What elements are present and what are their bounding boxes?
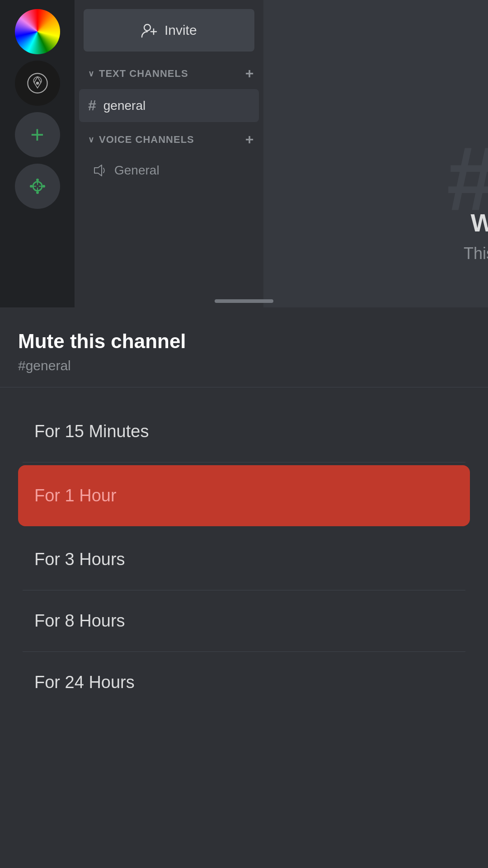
text-channels-label: TEXT CHANNELS — [99, 68, 188, 80]
server-list: + — [0, 0, 75, 316]
server-icon-discover[interactable] — [15, 164, 60, 209]
sheet-subtitle: #general — [18, 358, 470, 373]
welcome-heading: Wel — [470, 208, 488, 237]
svg-point-4 — [30, 185, 33, 188]
main-content-area: # Wel This is — [263, 0, 488, 316]
svg-point-3 — [36, 191, 39, 194]
mute-option-1hour-label: For 1 Hour — [34, 486, 117, 505]
mute-option-3hours-label: For 3 Hours — [34, 550, 125, 569]
server-icon-add[interactable]: + — [15, 112, 60, 157]
text-channels-header: ∨ TEXT CHANNELS + — [75, 65, 263, 89]
svg-marker-13 — [94, 165, 102, 176]
voice-channel-name: General — [114, 163, 160, 178]
welcome-sub-text: This is — [464, 244, 488, 263]
voice-channels-label: VOICE CHANNELS — [99, 134, 194, 146]
divider-1 — [23, 462, 465, 462]
mute-option-3hours[interactable]: For 3 Hours — [18, 529, 470, 590]
section-gap — [75, 122, 263, 131]
add-voice-channel-button[interactable]: + — [245, 131, 254, 148]
discord-top-section: + Invit — [0, 0, 488, 316]
mute-option-15min-label: For 15 Minutes — [34, 422, 149, 441]
speaker-icon — [93, 163, 107, 178]
svg-point-5 — [42, 185, 45, 188]
invite-button[interactable]: Invite — [84, 9, 254, 52]
voice-channels-header: ∨ VOICE CHANNELS + — [75, 131, 263, 155]
mute-option-24hours-label: For 24 Hours — [34, 673, 135, 692]
sheet-header: Mute this channel #general — [0, 307, 488, 387]
voice-channel-general[interactable]: General — [75, 155, 263, 186]
channel-name-general: general — [103, 99, 145, 113]
svg-point-2 — [36, 179, 39, 181]
add-text-channel-button[interactable]: + — [245, 65, 254, 82]
svg-point-10 — [144, 24, 150, 31]
mute-channel-sheet: Mute this channel #general For 15 Minute… — [0, 307, 488, 868]
mute-option-8hours-label: For 8 Hours — [34, 611, 125, 630]
channel-item-general[interactable]: # general — [79, 89, 259, 122]
mute-option-1hour[interactable]: For 1 Hour — [18, 465, 470, 526]
svg-point-0 — [36, 82, 38, 85]
server-icon-openai[interactable] — [15, 61, 60, 106]
mute-option-15min[interactable]: For 15 Minutes — [18, 401, 470, 462]
mute-options-list: For 15 Minutes For 1 Hour For 3 Hours Fo… — [0, 387, 488, 726]
mute-option-24hours[interactable]: For 24 Hours — [18, 652, 470, 713]
sheet-title: Mute this channel — [18, 330, 470, 353]
server-icon-rainbow[interactable] — [15, 9, 60, 54]
add-server-icon: + — [30, 123, 44, 146]
channel-list-panel: Invite ∨ TEXT CHANNELS + # general ∨ VOI… — [75, 0, 263, 316]
mute-option-8hours[interactable]: For 8 Hours — [18, 590, 470, 651]
drag-handle[interactable] — [215, 299, 273, 303]
channel-hash-icon: # — [88, 97, 96, 114]
voice-channels-chevron[interactable]: ∨ — [88, 135, 94, 145]
text-channels-chevron[interactable]: ∨ — [88, 69, 94, 79]
invite-button-label: Invite — [164, 23, 197, 38]
